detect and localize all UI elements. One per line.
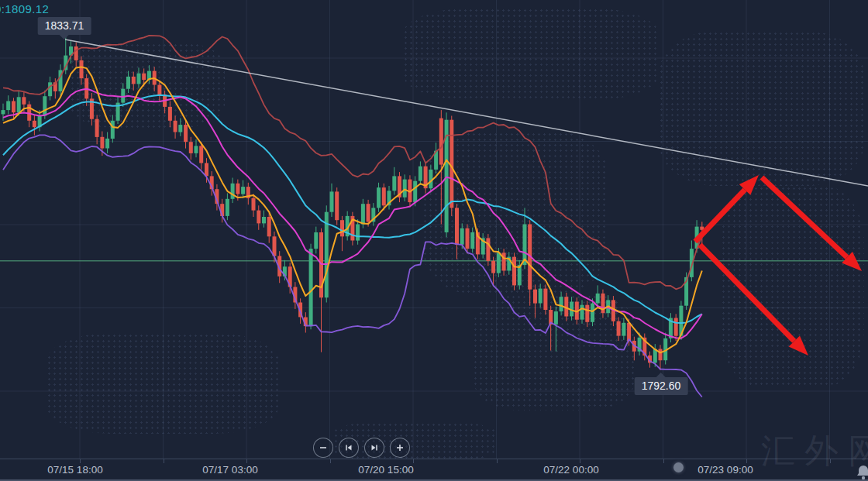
plus-icon <box>395 443 405 452</box>
high-price-value: 1833.71 <box>45 19 84 32</box>
time-axis-tick <box>413 459 414 463</box>
time-axis-label: 07/20 15:00 <box>358 464 413 476</box>
time-axis-tick <box>246 459 247 463</box>
low-price-value: 1792.60 <box>642 380 681 392</box>
time-axis-label: 07/15 18:00 <box>47 464 102 476</box>
zoom-out-button[interactable] <box>313 438 333 458</box>
time-axis-tick <box>830 459 831 463</box>
time-axis-tick <box>746 459 747 463</box>
time-axis-label: 07/23 09:00 <box>698 464 753 476</box>
time-axis-tick <box>497 459 498 463</box>
time-axis[interactable]: 07/15 18:0007/17 03:0007/20 15:0007/22 0… <box>0 459 868 481</box>
time-axis-tick <box>164 459 164 463</box>
price-chart[interactable] <box>0 0 868 481</box>
time-axis-label: 07/17 03:00 <box>202 464 257 476</box>
trading-chart-app: 0:1809.12 1833.71 1792.60 <box>0 0 868 481</box>
marker-dot <box>673 462 684 472</box>
step-back-button[interactable] <box>339 438 359 458</box>
low-price-callout: 1792.60 <box>635 377 688 395</box>
minus-icon <box>319 443 328 452</box>
ohlc-readout: 0:1809.12 <box>0 2 49 15</box>
high-price-callout: 1833.71 <box>38 17 91 35</box>
bell-icon[interactable] <box>856 465 868 481</box>
time-axis-tick <box>663 459 664 463</box>
skip-back-icon <box>344 443 353 452</box>
time-axis-tick <box>580 459 580 463</box>
time-axis-tick <box>330 459 331 463</box>
time-axis-tick <box>80 459 81 463</box>
skip-forward-icon <box>370 443 379 452</box>
chart-navigation-toolbar <box>313 438 410 458</box>
zoom-in-button[interactable] <box>390 438 410 458</box>
time-axis-label: 07/22 00:00 <box>543 464 598 476</box>
step-forward-button[interactable] <box>364 438 384 458</box>
